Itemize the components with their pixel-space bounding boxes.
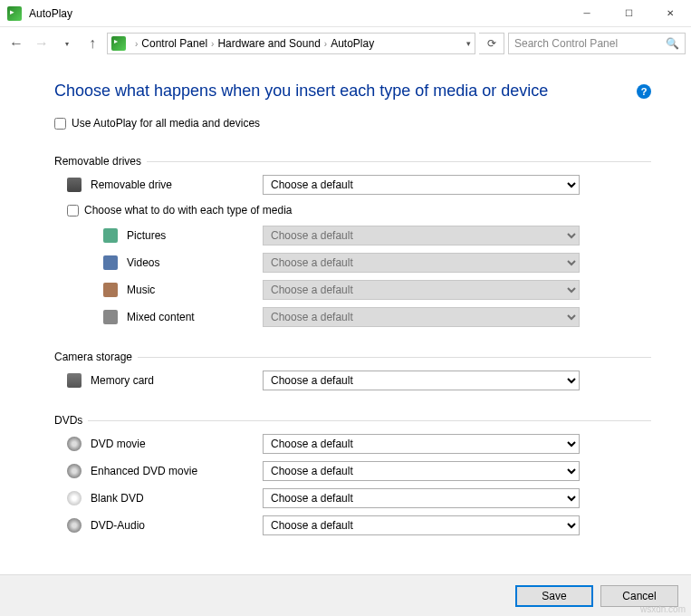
music-label: Music — [127, 284, 263, 296]
row-enhanced-dvd: Enhanced DVD movie Choose a default — [67, 457, 651, 485]
dvd-audio-icon — [67, 518, 82, 533]
breadcrumb-item[interactable]: AutoPlay — [331, 37, 374, 50]
enhanced-dvd-icon — [67, 464, 82, 478]
chevron-down-icon[interactable]: ▾ — [466, 39, 471, 48]
use-autoplay-checkbox[interactable] — [54, 118, 66, 130]
row-music: Music Choose a default — [103, 276, 651, 303]
dvd-audio-select[interactable]: Choose a default — [263, 515, 580, 535]
maximize-button[interactable]: ☐ — [608, 0, 649, 27]
close-button[interactable]: ✕ — [649, 0, 691, 27]
mixed-content-select: Choose a default — [263, 307, 580, 327]
dvd-movie-select[interactable]: Choose a default — [263, 434, 580, 454]
dvd-movie-icon — [67, 437, 82, 451]
row-blank-dvd: Blank DVD Choose a default — [67, 485, 651, 512]
search-box[interactable]: Search Control Panel 🔍 — [508, 33, 686, 54]
nav-bar: ← → ▾ ↑ › Control Panel › Hardware and S… — [0, 27, 691, 60]
group-camera-storage: Camera storage — [54, 351, 651, 363]
pictures-label: Pictures — [127, 229, 263, 242]
blank-dvd-icon — [67, 491, 82, 505]
autoplay-app-icon — [7, 6, 22, 21]
memory-card-label: Memory card — [91, 374, 263, 387]
breadcrumb-item[interactable]: Hardware and Sound — [217, 37, 320, 50]
chevron-right-icon: › — [135, 39, 138, 49]
row-mixed: Mixed content Choose a default — [103, 303, 651, 331]
cancel-button[interactable]: Cancel — [600, 585, 678, 607]
save-button[interactable]: Save — [515, 585, 593, 607]
window-title: AutoPlay — [29, 7, 72, 20]
use-autoplay-label: Use AutoPlay for all media and devices — [72, 117, 260, 130]
search-placeholder: Search Control Panel — [514, 37, 618, 50]
memory-card-select[interactable]: Choose a default — [263, 371, 580, 390]
pictures-select: Choose a default — [263, 226, 580, 245]
mixed-content-icon — [103, 310, 118, 324]
row-dvd-movie: DVD movie Choose a default — [67, 430, 651, 457]
blank-dvd-label: Blank DVD — [91, 492, 263, 505]
content-area: Choose what happens when you insert each… — [0, 60, 691, 574]
blank-dvd-select[interactable]: Choose a default — [263, 488, 580, 508]
title-bar: AutoPlay ─ ☐ ✕ — [0, 0, 691, 27]
videos-label: Videos — [127, 256, 263, 269]
pictures-icon — [103, 228, 118, 243]
dvd-audio-label: DVD-Audio — [91, 519, 263, 532]
recent-locations-button[interactable]: ▾ — [56, 33, 78, 54]
removable-drive-icon — [67, 178, 82, 192]
help-icon[interactable]: ? — [637, 84, 651, 99]
up-button[interactable]: ↑ — [82, 33, 103, 54]
music-icon — [103, 283, 118, 297]
group-removable-drives: Removable drives — [54, 155, 651, 168]
row-dvd-audio: DVD-Audio Choose a default — [67, 512, 651, 539]
row-memory-card: Memory card Choose a default — [67, 367, 651, 394]
enhanced-dvd-select[interactable]: Choose a default — [263, 461, 580, 481]
breadcrumb-item[interactable]: Control Panel — [141, 37, 207, 50]
videos-select: Choose a default — [263, 253, 580, 273]
minimize-button[interactable]: ─ — [566, 0, 608, 27]
enhanced-dvd-label: Enhanced DVD movie — [91, 465, 263, 477]
memory-card-icon — [67, 373, 82, 388]
autoplay-icon — [111, 36, 126, 51]
videos-icon — [103, 255, 118, 270]
watermark: wsxdn.com — [640, 604, 686, 614]
chevron-right-icon: › — [211, 39, 214, 49]
row-removable-drive: Removable drive Choose a default — [67, 171, 651, 198]
row-pictures: Pictures Choose a default — [103, 222, 651, 249]
address-bar[interactable]: › Control Panel › Hardware and Sound › A… — [107, 33, 475, 54]
back-button[interactable]: ← — [5, 33, 27, 54]
choose-media-checkbox[interactable] — [67, 205, 79, 217]
row-videos: Videos Choose a default — [103, 249, 651, 276]
choose-media-label: Choose what to do with each type of medi… — [84, 204, 292, 217]
music-select: Choose a default — [263, 280, 580, 300]
chevron-right-icon: › — [324, 39, 327, 49]
mixed-content-label: Mixed content — [127, 311, 263, 323]
removable-drive-label: Removable drive — [91, 178, 263, 191]
choose-media-checkbox-row[interactable]: Choose what to do with each type of medi… — [67, 204, 651, 217]
page-title: Choose what happens when you insert each… — [54, 82, 548, 101]
footer-bar: Save Cancel — [0, 574, 691, 616]
removable-drive-select[interactable]: Choose a default — [263, 175, 580, 195]
refresh-button[interactable]: ⟳ — [479, 33, 504, 54]
forward-button[interactable]: → — [31, 33, 53, 54]
dvd-movie-label: DVD movie — [91, 438, 263, 450]
use-autoplay-checkbox-row[interactable]: Use AutoPlay for all media and devices — [54, 117, 651, 130]
group-dvds: DVDs — [54, 414, 651, 427]
search-icon: 🔍 — [666, 37, 679, 50]
